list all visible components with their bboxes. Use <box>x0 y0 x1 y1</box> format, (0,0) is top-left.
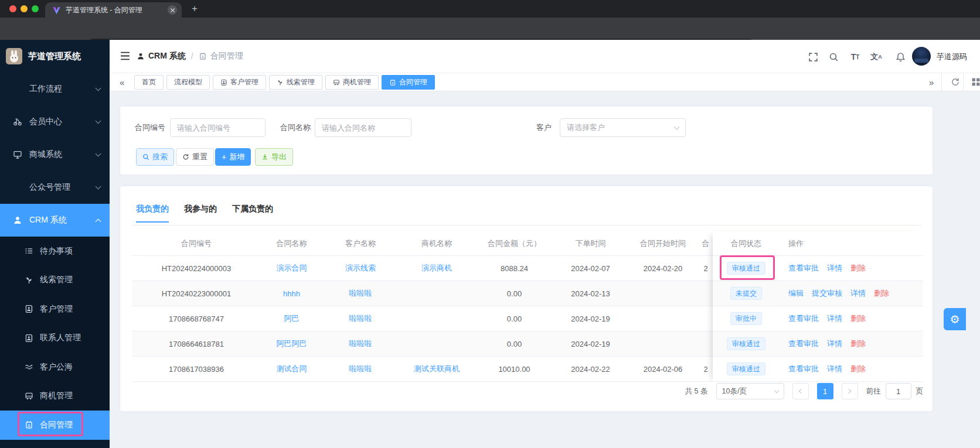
cell-contract-name: hhhh <box>261 289 322 298</box>
cell-customer-name: 啦啦啦 <box>322 313 399 324</box>
cell-amount: 8088.24 <box>475 264 554 273</box>
reset-button[interactable]: 重置 <box>176 148 214 166</box>
fullscreen-icon[interactable] <box>808 52 818 62</box>
window-minimize-button[interactable] <box>21 5 28 12</box>
action-view-approval[interactable]: 查看审批 <box>788 313 819 324</box>
username[interactable]: 芋道源码 <box>937 52 967 62</box>
column-header: 合同编号 <box>132 238 261 249</box>
prev-page-button[interactable] <box>792 383 809 399</box>
table-row-fixed: 审核通过查看审批详情删除 <box>713 357 923 382</box>
contract-no-input[interactable] <box>170 118 266 137</box>
column-header: 客户名称 <box>322 238 399 249</box>
action-edit[interactable]: 编辑 <box>788 288 804 299</box>
sidebar-item-mall[interactable]: 商城系统 <box>0 138 110 171</box>
user-avatar[interactable] <box>912 47 931 66</box>
table-tab-mine[interactable]: 我负责的 <box>136 204 169 223</box>
cell-contract-no: 1708617038936 <box>132 365 261 374</box>
sidebar-item-contact[interactable]: 联系人管理 <box>0 324 110 353</box>
mall-icon <box>13 150 22 159</box>
sidebar-item-clue[interactable]: 线索管理 <box>0 266 110 295</box>
column-header-status: 合同状态 <box>713 238 780 249</box>
app-logo[interactable]: 芋道管理系统 <box>0 40 110 73</box>
theme-settings-button[interactable]: ⚙ <box>944 308 966 330</box>
page-tab-process-model[interactable]: 流程模型 <box>166 75 210 90</box>
new-tab-button[interactable]: + <box>188 2 202 16</box>
page-tab-home[interactable]: 首页 <box>134 75 164 90</box>
sidebar-item-customer[interactable]: 客户管理 <box>0 295 110 324</box>
table-row-fixed: 审核通过查看审批详情删除 <box>713 256 923 281</box>
add-button[interactable]: + 新增 <box>215 148 251 166</box>
sidebar-item-contract[interactable]: 合同管理 <box>0 411 110 440</box>
status-badge: 审核通过 <box>727 337 765 350</box>
browser-tab[interactable]: 芋道管理系统 - 合同管理 <box>45 2 182 18</box>
refresh-page-icon[interactable] <box>951 77 960 87</box>
rabbit-logo-icon <box>6 48 22 64</box>
page-tab-clue[interactable]: 线索管理 <box>269 75 322 90</box>
table-tab-joined[interactable]: 我参与的 <box>184 204 217 223</box>
action-delete[interactable]: 删除 <box>850 364 866 374</box>
status-badge: 审核通过 <box>727 362 765 375</box>
sidebar-item-business[interactable]: 商机管理 <box>0 382 110 411</box>
window-close-button[interactable] <box>9 5 16 12</box>
contract-no-label: 合同编号 <box>135 118 165 137</box>
contract-icon <box>25 420 33 429</box>
chevron-left-icon <box>799 389 804 394</box>
action-view-approval[interactable]: 查看审批 <box>788 338 819 349</box>
page-size-select[interactable]: 10条/页 <box>716 383 784 399</box>
action-detail[interactable]: 详情 <box>827 313 842 324</box>
breadcrumb-root[interactable]: CRM 系统 <box>148 51 186 61</box>
app-header: CRM 系统 / 合同管理 TT 文A 芋道源码 <box>110 40 980 73</box>
cell-start-time: 2024-02-20 <box>627 264 699 273</box>
layout-grid-icon[interactable] <box>971 77 980 87</box>
next-page-button[interactable] <box>842 383 858 399</box>
language-icon[interactable]: 文A <box>871 52 882 62</box>
goto-page-input[interactable] <box>886 383 911 399</box>
column-header: 合同开始时间 <box>627 238 699 249</box>
page-tab-contract[interactable]: 合同管理 <box>382 75 435 90</box>
action-delete[interactable]: 删除 <box>850 338 866 349</box>
cell-order-time: 2024-02-19 <box>554 340 627 348</box>
action-view-approval[interactable]: 查看审批 <box>788 364 819 374</box>
cell-contract-name: 阿巴阿巴 <box>261 338 322 349</box>
breadcrumb: CRM 系统 / 合同管理 <box>137 50 243 63</box>
action-delete[interactable]: 删除 <box>874 288 889 299</box>
tags-bar: « 首页流程模型客户管理线索管理商机管理合同管理 » <box>110 73 980 91</box>
action-view-approval[interactable]: 查看审批 <box>788 263 819 273</box>
sidebar-item-official-account[interactable]: 公众号管理 <box>0 171 110 204</box>
notification-bell-icon[interactable] <box>895 52 906 62</box>
sidebar-item-customer-pool[interactable]: 客户公海 <box>0 353 110 382</box>
tab-close-icon[interactable] <box>168 5 177 15</box>
export-button[interactable]: 导出 <box>255 148 293 166</box>
search-button[interactable]: 搜索 <box>136 148 174 166</box>
action-submit-approval[interactable]: 提交审核 <box>812 288 842 299</box>
sidebar-item-crm[interactable]: CRM 系统 <box>0 204 110 237</box>
search-card: 合同编号 合同名称 客户 请选择客户 搜索 重置 + 新增 <box>120 107 933 175</box>
action-detail[interactable]: 详情 <box>827 338 842 349</box>
current-page[interactable]: 1 <box>817 383 833 399</box>
row-actions: 查看审批详情删除 <box>780 364 923 374</box>
action-delete[interactable]: 删除 <box>850 263 866 273</box>
page-tab-business[interactable]: 商机管理 <box>325 75 379 90</box>
tags-scroll-left-icon[interactable]: « <box>120 73 124 91</box>
table-tab-subordinate[interactable]: 下属负责的 <box>232 204 273 223</box>
customer-select[interactable]: 请选择客户 <box>560 118 686 137</box>
contract-table: 合同编号合同名称客户名称商机名称合同金额（元）下单时间合同开始时间合HT2024… <box>132 231 713 382</box>
sidebar-item-workflow[interactable]: 工作流程 <box>0 73 110 105</box>
font-size-icon[interactable]: TT <box>850 52 860 62</box>
tags-scroll-right-icon[interactable]: » <box>929 73 934 91</box>
table-header-row: 合同编号合同名称客户名称商机名称合同金额（元）下单时间合同开始时间合 <box>132 231 713 256</box>
sidebar-item-member-center[interactable]: 会员中心 <box>0 105 110 138</box>
contract-name-input[interactable] <box>315 118 411 137</box>
action-detail[interactable]: 详情 <box>850 288 866 299</box>
action-delete[interactable]: 删除 <box>850 313 866 324</box>
action-detail[interactable]: 详情 <box>827 263 842 273</box>
page-tab-customer[interactable]: 客户管理 <box>213 75 266 90</box>
search-icon[interactable] <box>828 52 839 62</box>
tabs-divider <box>132 225 922 225</box>
page-unit-label: 页 <box>916 387 924 396</box>
sidebar-item-todo[interactable]: 待办事项 <box>0 237 110 266</box>
cell-end-time-clipped: 2 <box>699 264 713 273</box>
action-detail[interactable]: 详情 <box>827 364 842 374</box>
window-zoom-button[interactable] <box>32 5 39 12</box>
menu-fold-icon[interactable] <box>120 52 130 60</box>
